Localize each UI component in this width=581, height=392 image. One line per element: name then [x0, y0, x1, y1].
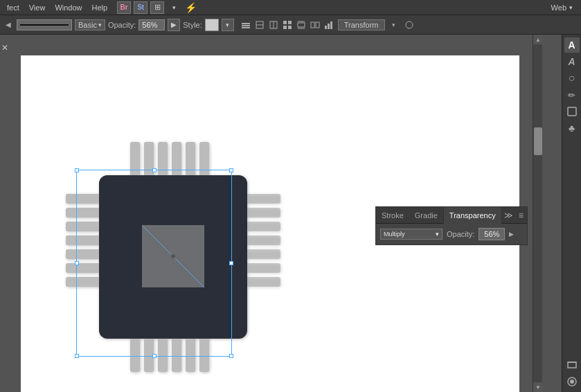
svg-rect-10 — [288, 26, 292, 29]
svg-rect-24 — [186, 142, 195, 178]
style-expand-btn[interactable]: ▾ — [222, 19, 234, 31]
svg-rect-35 — [66, 235, 102, 245]
align-icons — [240, 19, 335, 31]
panel-menu-icon[interactable]: ≡ — [517, 211, 526, 220]
tool-club[interactable]: ♣ — [564, 121, 580, 136]
svg-rect-23 — [172, 142, 181, 178]
svg-rect-34 — [66, 222, 102, 231]
align-icon-5[interactable] — [295, 19, 307, 31]
svg-rect-11 — [298, 23, 305, 27]
svg-rect-40 — [244, 208, 280, 217]
svg-rect-44 — [244, 263, 280, 273]
app-icons: Br St ⊞ ▾ ⚡ — [117, 1, 197, 14]
blend-mode-label: Basic — [78, 21, 97, 29]
dist-icon[interactable] — [309, 19, 321, 31]
tool-circle-fill[interactable] — [564, 374, 580, 389]
menu-window[interactable]: Window — [51, 2, 86, 13]
switcher-arrow-icon[interactable]: ▾ — [167, 1, 181, 14]
svg-rect-14 — [311, 22, 314, 28]
svg-rect-33 — [66, 208, 102, 217]
workspace-dropdown[interactable]: Web ▾ — [546, 3, 578, 12]
tool-type-alt[interactable]: A — [564, 54, 580, 69]
blend-mode-panel-dropdown[interactable]: Multiply ▾ — [380, 229, 443, 240]
tool-circle[interactable]: ○ — [564, 71, 580, 86]
menu-fect[interactable]: fect — [3, 2, 24, 13]
tab-transparency[interactable]: Transparency — [443, 207, 502, 224]
main-layout: Stroke Gradie Transparency ≫ ≡ Multiply … — [0, 35, 581, 392]
svg-rect-8 — [288, 21, 292, 24]
switcher-icon[interactable]: ⊞ — [150, 1, 164, 14]
scroll-thumb[interactable] — [534, 127, 542, 155]
svg-rect-9 — [283, 26, 287, 29]
svg-rect-21 — [144, 142, 154, 178]
panel-tab-bar: Stroke Gradie Transparency ≫ ≡ — [376, 207, 527, 224]
svg-rect-43 — [244, 249, 280, 259]
opacity-input[interactable] — [138, 19, 165, 30]
chart-icon[interactable] — [323, 19, 335, 31]
svg-rect-39 — [244, 194, 280, 204]
bridge-icon[interactable]: Br — [117, 1, 131, 14]
toolbar: ◀ Basic ▾ Opacity: ▶ Style: ▾ T — [0, 15, 581, 35]
svg-rect-29 — [172, 336, 181, 372]
transform-button[interactable]: Transform — [338, 19, 385, 30]
tool-pen[interactable]: ✏ — [564, 87, 580, 103]
tool-shape[interactable] — [564, 104, 580, 119]
canvas-area[interactable]: Stroke Gradie Transparency ≫ ≡ Multiply … — [0, 35, 562, 392]
svg-rect-42 — [244, 235, 280, 245]
align-icon-1[interactable] — [240, 19, 252, 31]
svg-rect-45 — [244, 277, 280, 287]
blend-mode-panel-label: Multiply — [384, 231, 405, 238]
menu-view[interactable]: View — [25, 2, 50, 13]
panel-expand-icon[interactable]: ≫ — [502, 211, 515, 220]
svg-rect-22 — [158, 142, 168, 178]
align-icon-3[interactable] — [267, 19, 280, 31]
panel-body: Multiply ▾ Opacity: 56% ▶ — [376, 224, 527, 244]
scroll-up-btn[interactable]: ▲ — [533, 35, 543, 44]
transform-expand-icon[interactable]: ▾ — [388, 19, 400, 31]
svg-rect-41 — [244, 222, 280, 231]
workspace-label: Web — [551, 3, 566, 12]
menu-bar: fect View Window Help Br St ⊞ ▾ ⚡ Web ▾ — [0, 0, 581, 15]
svg-rect-20 — [130, 142, 140, 178]
chip-illustration — [66, 142, 280, 392]
toolbar-left-arrow[interactable]: ◀ — [3, 19, 14, 30]
panel-opacity-value: 56% — [479, 228, 505, 240]
svg-rect-16 — [325, 26, 327, 29]
panel-opacity-arrow-icon[interactable]: ▶ — [509, 231, 514, 238]
canvas-close-btn[interactable]: ✕ — [1, 43, 8, 53]
stock-icon[interactable]: St — [134, 1, 148, 14]
misc-icon[interactable] — [403, 19, 415, 31]
tool-type[interactable]: A — [564, 37, 580, 53]
workspace-arrow-icon: ▾ — [569, 4, 573, 11]
svg-point-49 — [171, 254, 175, 258]
menu-help[interactable]: Help — [88, 2, 112, 13]
style-swatch[interactable] — [205, 19, 219, 31]
svg-rect-30 — [186, 336, 195, 372]
opacity-expand-btn[interactable]: ▶ — [168, 19, 180, 31]
svg-rect-37 — [66, 263, 102, 273]
svg-rect-28 — [158, 336, 168, 372]
tab-stroke[interactable]: Stroke — [376, 207, 409, 224]
svg-rect-0 — [242, 23, 250, 24]
svg-rect-31 — [199, 336, 209, 372]
blend-mode-dropdown[interactable]: Basic ▾ — [75, 19, 105, 30]
blend-mode-arrow-icon: ▾ — [98, 21, 102, 28]
align-icon-4[interactable] — [281, 19, 294, 31]
align-icon-2[interactable] — [253, 19, 266, 31]
stroke-line — [20, 24, 69, 26]
tool-layers[interactable] — [564, 357, 580, 373]
v-scrollbar[interactable]: ▲ ▼ — [533, 35, 542, 392]
panel-opacity-label: Opacity: — [447, 230, 474, 238]
scroll-down-btn[interactable]: ▼ — [533, 382, 543, 392]
svg-rect-51 — [568, 362, 576, 368]
svg-point-54 — [570, 380, 574, 384]
svg-rect-7 — [283, 21, 287, 24]
style-label: Style: — [183, 21, 202, 29]
tab-gradient[interactable]: Gradie — [409, 207, 443, 224]
blend-arrow-icon: ▾ — [436, 231, 439, 238]
opacity-label: Opacity: — [108, 21, 136, 29]
lightning-icon[interactable]: ⚡ — [184, 1, 197, 14]
svg-rect-26 — [130, 336, 140, 372]
svg-rect-15 — [316, 22, 319, 28]
svg-rect-38 — [66, 277, 102, 287]
